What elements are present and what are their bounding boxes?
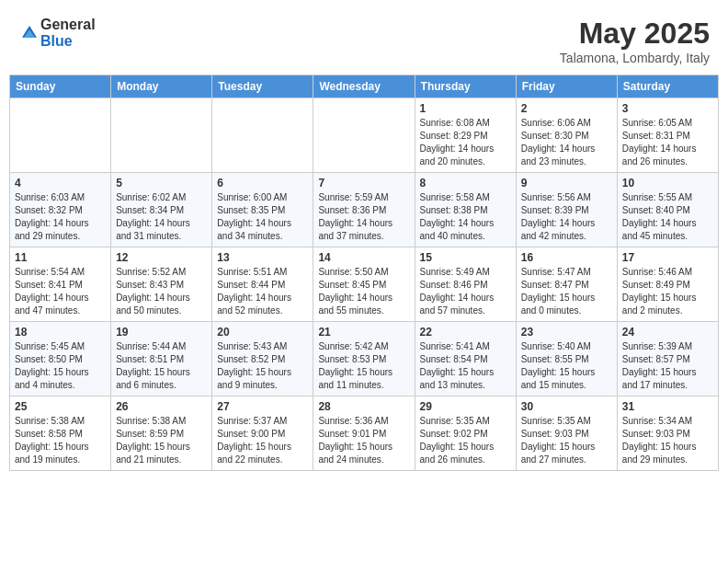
weekday-header-row: SundayMondayTuesdayWednesdayThursdayFrid… [10,75,719,98]
day-info: Sunrise: 5:45 AM Sunset: 8:50 PM Dayligh… [15,340,106,392]
day-cell: 21 Sunrise: 5:42 AM Sunset: 8:53 PM Dayl… [313,322,415,396]
day-number: 17 [622,251,713,264]
day-info: Sunrise: 6:02 AM Sunset: 8:34 PM Dayligh… [116,191,207,243]
day-number: 16 [521,251,612,264]
day-cell: 27 Sunrise: 5:37 AM Sunset: 9:00 PM Dayl… [212,396,313,471]
day-cell: 17 Sunrise: 5:46 AM Sunset: 8:49 PM Dayl… [617,247,718,322]
day-number: 28 [318,400,409,413]
day-number: 22 [420,326,511,339]
day-info: Sunrise: 5:52 AM Sunset: 8:43 PM Dayligh… [116,266,207,317]
day-cell: 13 Sunrise: 5:51 AM Sunset: 8:44 PM Dayl… [212,247,313,322]
day-info: Sunrise: 5:35 AM Sunset: 9:03 PM Dayligh… [521,415,612,466]
day-info: Sunrise: 5:59 AM Sunset: 8:36 PM Dayligh… [318,191,409,243]
day-cell: 20 Sunrise: 5:43 AM Sunset: 8:52 PM Dayl… [212,322,313,396]
day-number: 2 [521,102,612,115]
day-number: 18 [15,326,106,339]
day-info: Sunrise: 6:00 AM Sunset: 8:35 PM Dayligh… [217,191,308,243]
day-info: Sunrise: 5:56 AM Sunset: 8:39 PM Dayligh… [521,191,612,243]
day-cell: 6 Sunrise: 6:00 AM Sunset: 8:35 PM Dayli… [212,173,313,247]
day-number: 1 [420,102,511,115]
day-info: Sunrise: 5:54 AM Sunset: 8:41 PM Dayligh… [15,266,106,317]
weekday-header-sunday: Sunday [10,75,111,98]
day-number: 30 [521,400,612,413]
day-cell: 10 Sunrise: 5:55 AM Sunset: 8:40 PM Dayl… [617,173,718,247]
day-number: 21 [318,326,409,339]
day-cell: 26 Sunrise: 5:38 AM Sunset: 8:59 PM Dayl… [111,396,212,471]
week-row-2: 4 Sunrise: 6:03 AM Sunset: 8:32 PM Dayli… [10,173,719,247]
day-number: 25 [15,400,106,413]
day-number: 19 [116,326,207,339]
day-info: Sunrise: 6:03 AM Sunset: 8:32 PM Dayligh… [15,191,106,243]
day-info: Sunrise: 5:46 AM Sunset: 8:49 PM Dayligh… [622,266,713,317]
day-info: Sunrise: 5:34 AM Sunset: 9:03 PM Dayligh… [622,415,713,466]
title-block: May 2025 Talamona, Lombardy, Italy [560,17,710,65]
day-info: Sunrise: 5:40 AM Sunset: 8:55 PM Dayligh… [521,340,612,392]
calendar-table: SundayMondayTuesdayWednesdayThursdayFrid… [9,75,719,471]
day-cell [111,98,212,173]
location-title: Talamona, Lombardy, Italy [560,51,710,65]
day-number: 6 [217,177,308,190]
day-number: 11 [15,251,106,264]
day-number: 13 [217,251,308,264]
day-cell: 14 Sunrise: 5:50 AM Sunset: 8:45 PM Dayl… [313,247,415,322]
calendar-body: 1 Sunrise: 6:08 AM Sunset: 8:29 PM Dayli… [10,98,719,471]
day-cell: 29 Sunrise: 5:35 AM Sunset: 9:02 PM Dayl… [415,396,516,471]
week-row-1: 1 Sunrise: 6:08 AM Sunset: 8:29 PM Dayli… [10,98,719,173]
day-info: Sunrise: 5:39 AM Sunset: 8:57 PM Dayligh… [622,340,713,392]
day-info: Sunrise: 5:50 AM Sunset: 8:45 PM Dayligh… [318,266,409,317]
day-info: Sunrise: 5:42 AM Sunset: 8:53 PM Dayligh… [318,340,409,392]
day-cell: 18 Sunrise: 5:45 AM Sunset: 8:50 PM Dayl… [10,322,111,396]
day-number: 23 [521,326,612,339]
day-cell [212,98,313,173]
weekday-header-monday: Monday [111,75,212,98]
day-info: Sunrise: 5:51 AM Sunset: 8:44 PM Dayligh… [217,266,308,317]
day-cell: 16 Sunrise: 5:47 AM Sunset: 8:47 PM Dayl… [516,247,617,322]
week-row-4: 18 Sunrise: 5:45 AM Sunset: 8:50 PM Dayl… [10,322,719,396]
day-cell: 8 Sunrise: 5:58 AM Sunset: 8:38 PM Dayli… [415,173,516,247]
weekday-header-friday: Friday [516,75,617,98]
day-number: 12 [116,251,207,264]
logo-blue-text: Blue [40,33,96,50]
week-row-5: 25 Sunrise: 5:38 AM Sunset: 8:58 PM Dayl… [10,396,719,471]
month-title: May 2025 [560,17,710,51]
logo-icon [20,24,39,42]
day-number: 20 [217,326,308,339]
day-number: 31 [622,400,713,413]
day-info: Sunrise: 6:05 AM Sunset: 8:31 PM Dayligh… [622,117,713,168]
weekday-header-tuesday: Tuesday [212,75,313,98]
day-cell: 28 Sunrise: 5:36 AM Sunset: 9:01 PM Dayl… [313,396,415,471]
day-cell: 23 Sunrise: 5:40 AM Sunset: 8:55 PM Dayl… [516,322,617,396]
day-number: 29 [420,400,511,413]
logo: General Blue [18,17,96,49]
day-cell: 11 Sunrise: 5:54 AM Sunset: 8:41 PM Dayl… [10,247,111,322]
day-info: Sunrise: 5:35 AM Sunset: 9:02 PM Dayligh… [420,415,511,466]
weekday-header-wednesday: Wednesday [313,75,415,98]
day-cell [313,98,415,173]
day-cell: 5 Sunrise: 6:02 AM Sunset: 8:34 PM Dayli… [111,173,212,247]
day-cell: 19 Sunrise: 5:44 AM Sunset: 8:51 PM Dayl… [111,322,212,396]
day-number: 26 [116,400,207,413]
day-info: Sunrise: 5:55 AM Sunset: 8:40 PM Dayligh… [622,191,713,243]
day-info: Sunrise: 6:08 AM Sunset: 8:29 PM Dayligh… [420,117,511,168]
day-number: 8 [420,177,511,190]
day-info: Sunrise: 5:41 AM Sunset: 8:54 PM Dayligh… [420,340,511,392]
day-cell: 2 Sunrise: 6:06 AM Sunset: 8:30 PM Dayli… [516,98,617,173]
day-number: 5 [116,177,207,190]
day-info: Sunrise: 5:37 AM Sunset: 9:00 PM Dayligh… [217,415,308,466]
day-cell: 4 Sunrise: 6:03 AM Sunset: 8:32 PM Dayli… [10,173,111,247]
page-header: General Blue May 2025 Talamona, Lombardy… [9,9,719,71]
day-number: 24 [622,326,713,339]
day-info: Sunrise: 5:38 AM Sunset: 8:59 PM Dayligh… [116,415,207,466]
day-cell: 30 Sunrise: 5:35 AM Sunset: 9:03 PM Dayl… [516,396,617,471]
day-info: Sunrise: 6:06 AM Sunset: 8:30 PM Dayligh… [521,117,612,168]
weekday-header-thursday: Thursday [415,75,516,98]
day-cell: 31 Sunrise: 5:34 AM Sunset: 9:03 PM Dayl… [617,396,718,471]
day-cell: 9 Sunrise: 5:56 AM Sunset: 8:39 PM Dayli… [516,173,617,247]
day-number: 15 [420,251,511,264]
day-info: Sunrise: 5:44 AM Sunset: 8:51 PM Dayligh… [116,340,207,392]
day-cell: 1 Sunrise: 6:08 AM Sunset: 8:29 PM Dayli… [415,98,516,173]
day-cell: 15 Sunrise: 5:49 AM Sunset: 8:46 PM Dayl… [415,247,516,322]
day-number: 27 [217,400,308,413]
day-cell: 3 Sunrise: 6:05 AM Sunset: 8:31 PM Dayli… [617,98,718,173]
logo-general-text: General [40,17,96,33]
